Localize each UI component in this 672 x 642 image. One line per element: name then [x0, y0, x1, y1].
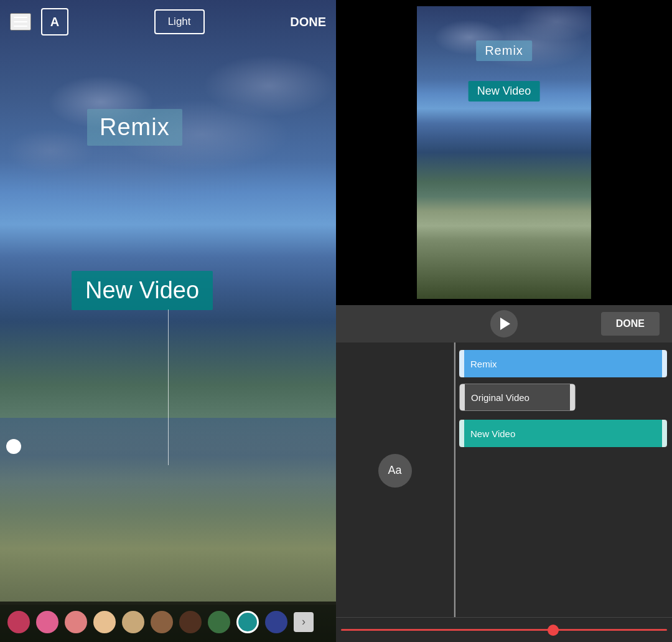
- color-red[interactable]: [7, 611, 30, 633]
- done-button-right[interactable]: DONE: [601, 312, 660, 336]
- timeline-left-panel: Aa: [336, 342, 454, 617]
- track-remix[interactable]: Remix: [459, 350, 667, 377]
- track-handle-right-original[interactable]: [570, 384, 575, 410]
- playback-controls: DONE: [336, 305, 672, 342]
- color-peach[interactable]: [93, 611, 116, 633]
- color-pink[interactable]: [36, 611, 58, 633]
- track-handle-left-newvideo[interactable]: [459, 420, 464, 447]
- font-button[interactable]: A: [41, 8, 68, 35]
- tracks-wrapper: Aa Remix Original Video: [336, 342, 672, 617]
- newvideo-text-overlay[interactable]: New Video: [72, 271, 213, 310]
- track-handle-left-remix[interactable]: [459, 350, 464, 377]
- scrubber-track[interactable]: [341, 629, 667, 631]
- timeline-scrubber[interactable]: [336, 617, 672, 642]
- color-palette: ›: [0, 602, 336, 642]
- color-more[interactable]: ›: [294, 612, 314, 632]
- right-panel: Remix New Video DONE Aa: [336, 0, 672, 642]
- timeline-right-panel: Remix Original Video New Video: [454, 342, 672, 617]
- color-tan[interactable]: [122, 611, 144, 633]
- play-icon: [500, 318, 510, 330]
- preview-newvideo-text[interactable]: New Video: [469, 81, 540, 101]
- color-brown[interactable]: [151, 611, 173, 633]
- track-handle-right-newvideo[interactable]: [662, 420, 667, 447]
- color-green[interactable]: [208, 611, 230, 633]
- aa-button[interactable]: Aa: [378, 454, 412, 488]
- color-blue[interactable]: [265, 611, 287, 633]
- preview-video: Remix New Video: [417, 6, 591, 299]
- track-handle-left-original[interactable]: [460, 384, 465, 410]
- left-toolbar: A Light DONE: [0, 0, 336, 44]
- remix-text-overlay[interactable]: Remix: [87, 109, 182, 146]
- color-salmon[interactable]: [65, 611, 87, 633]
- timeline-area: Aa Remix Original Video: [336, 342, 672, 642]
- track-new-video[interactable]: New Video: [459, 420, 667, 447]
- scrubber-thumb[interactable]: [548, 625, 559, 636]
- track-label-newvideo: New Video: [464, 428, 662, 439]
- light-button[interactable]: Light: [154, 9, 205, 34]
- track-handle-right-remix[interactable]: [662, 350, 667, 377]
- track-label-remix: Remix: [464, 359, 662, 369]
- preview-remix-text[interactable]: Remix: [476, 40, 532, 61]
- left-scrubber[interactable]: [6, 439, 21, 454]
- color-teal[interactable]: [236, 611, 259, 633]
- done-button-left[interactable]: DONE: [290, 15, 326, 29]
- menu-button[interactable]: [10, 13, 31, 31]
- left-panel: A Light DONE Remix New Video ›: [0, 0, 336, 642]
- anchor-line: [168, 309, 169, 465]
- play-button[interactable]: [490, 310, 518, 338]
- color-dark-brown[interactable]: [179, 611, 202, 633]
- track-label-original: Original Video: [465, 392, 570, 403]
- toolbar-left: A: [10, 8, 68, 35]
- track-original-video[interactable]: Original Video: [459, 384, 576, 411]
- preview-area: Remix New Video: [336, 0, 672, 305]
- timeline-tracks-container: Aa Remix Original Video: [336, 342, 672, 617]
